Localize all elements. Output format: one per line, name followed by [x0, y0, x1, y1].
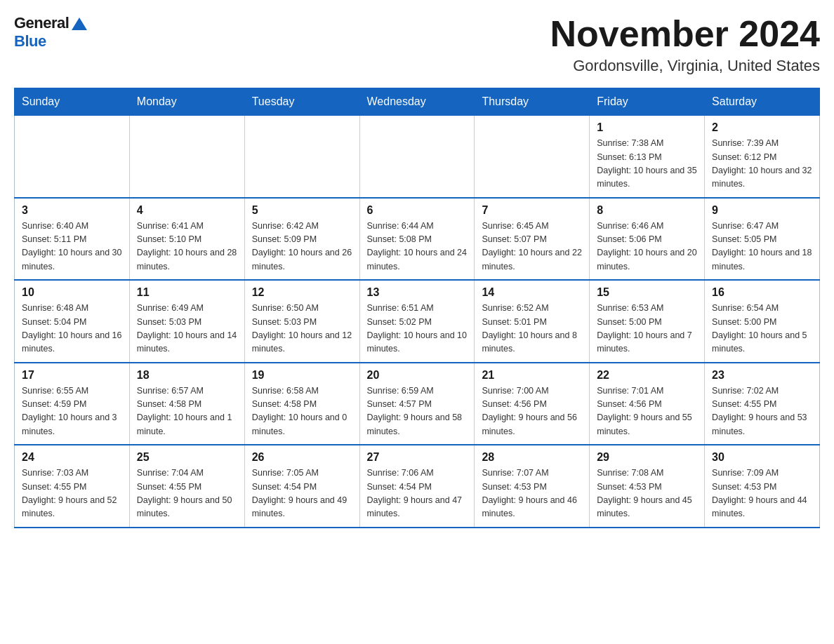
calendar-cell: 22Sunrise: 7:01 AMSunset: 4:56 PMDayligh… [590, 363, 705, 445]
day-number: 19 [252, 369, 352, 382]
calendar-cell: 6Sunrise: 6:44 AMSunset: 5:08 PMDaylight… [359, 198, 475, 281]
calendar-cell: 3Sunrise: 6:40 AMSunset: 5:11 PMDaylight… [15, 198, 130, 281]
calendar-week-row: 24Sunrise: 7:03 AMSunset: 4:55 PMDayligh… [15, 445, 820, 528]
calendar-cell: 1Sunrise: 7:38 AMSunset: 6:13 PMDaylight… [590, 116, 705, 198]
day-info: Sunrise: 6:57 AMSunset: 4:58 PMDaylight:… [137, 384, 237, 439]
page-title: November 2024 [550, 14, 820, 54]
day-number: 30 [712, 451, 812, 464]
day-info: Sunrise: 6:41 AMSunset: 5:10 PMDaylight:… [137, 220, 237, 274]
day-number: 28 [482, 451, 582, 464]
day-info: Sunrise: 6:44 AMSunset: 5:08 PMDaylight:… [367, 220, 468, 274]
day-number: 13 [367, 286, 468, 299]
calendar-cell [15, 116, 130, 198]
day-number: 9 [712, 204, 812, 217]
page-subtitle: Gordonsville, Virginia, United States [550, 57, 820, 75]
day-number: 27 [367, 451, 468, 464]
day-info: Sunrise: 6:42 AMSunset: 5:09 PMDaylight:… [252, 220, 352, 274]
calendar-cell: 10Sunrise: 6:48 AMSunset: 5:04 PMDayligh… [15, 280, 130, 363]
calendar-cell: 25Sunrise: 7:04 AMSunset: 4:55 PMDayligh… [129, 445, 244, 528]
calendar-cell: 9Sunrise: 6:47 AMSunset: 5:05 PMDaylight… [705, 198, 820, 281]
day-info: Sunrise: 6:47 AMSunset: 5:05 PMDaylight:… [712, 220, 812, 274]
day-number: 16 [712, 286, 812, 299]
day-info: Sunrise: 7:02 AMSunset: 4:55 PMDaylight:… [712, 384, 812, 439]
day-info: Sunrise: 7:04 AMSunset: 4:55 PMDaylight:… [137, 467, 237, 521]
day-info: Sunrise: 7:00 AMSunset: 4:56 PMDaylight:… [482, 384, 582, 439]
day-info: Sunrise: 7:09 AMSunset: 4:53 PMDaylight:… [712, 467, 812, 521]
day-header-friday: Friday [590, 88, 705, 116]
day-info: Sunrise: 7:07 AMSunset: 4:53 PMDaylight:… [482, 467, 582, 521]
day-number: 20 [367, 369, 468, 382]
day-info: Sunrise: 7:03 AMSunset: 4:55 PMDaylight:… [22, 467, 122, 521]
day-info: Sunrise: 6:46 AMSunset: 5:06 PMDaylight:… [597, 220, 697, 274]
day-info: Sunrise: 6:52 AMSunset: 5:01 PMDaylight:… [482, 302, 582, 356]
calendar-cell: 15Sunrise: 6:53 AMSunset: 5:00 PMDayligh… [590, 280, 705, 363]
calendar-week-row: 3Sunrise: 6:40 AMSunset: 5:11 PMDaylight… [15, 198, 820, 281]
day-number: 5 [252, 204, 352, 217]
calendar-body: 1Sunrise: 7:38 AMSunset: 6:13 PMDaylight… [15, 116, 820, 528]
day-header-wednesday: Wednesday [359, 88, 475, 116]
day-number: 4 [137, 204, 237, 217]
day-info: Sunrise: 6:40 AMSunset: 5:11 PMDaylight:… [22, 220, 122, 274]
day-number: 24 [22, 451, 122, 464]
day-info: Sunrise: 7:06 AMSunset: 4:54 PMDaylight:… [367, 467, 468, 521]
day-info: Sunrise: 6:53 AMSunset: 5:00 PMDaylight:… [597, 302, 697, 356]
day-header-monday: Monday [129, 88, 244, 116]
calendar-table: SundayMondayTuesdayWednesdayThursdayFrid… [14, 88, 820, 528]
day-header-thursday: Thursday [475, 88, 590, 116]
day-number: 17 [22, 369, 122, 382]
calendar-week-row: 10Sunrise: 6:48 AMSunset: 5:04 PMDayligh… [15, 280, 820, 363]
calendar-cell: 24Sunrise: 7:03 AMSunset: 4:55 PMDayligh… [15, 445, 130, 528]
day-header-saturday: Saturday [705, 88, 820, 116]
day-number: 18 [137, 369, 237, 382]
svg-marker-0 [72, 18, 87, 30]
day-info: Sunrise: 6:58 AMSunset: 4:58 PMDaylight:… [252, 384, 352, 439]
calendar-cell: 4Sunrise: 6:41 AMSunset: 5:10 PMDaylight… [129, 198, 244, 281]
day-header-sunday: Sunday [15, 88, 130, 116]
day-number: 21 [482, 369, 582, 382]
day-info: Sunrise: 6:59 AMSunset: 4:57 PMDaylight:… [367, 384, 468, 439]
calendar-cell: 17Sunrise: 6:55 AMSunset: 4:59 PMDayligh… [15, 363, 130, 445]
calendar-header: SundayMondayTuesdayWednesdayThursdayFrid… [15, 88, 820, 116]
day-number: 23 [712, 369, 812, 382]
calendar-cell: 19Sunrise: 6:58 AMSunset: 4:58 PMDayligh… [244, 363, 359, 445]
day-number: 8 [597, 204, 697, 217]
day-info: Sunrise: 7:01 AMSunset: 4:56 PMDaylight:… [597, 384, 697, 439]
title-block: November 2024 Gordonsville, Virginia, Un… [550, 14, 820, 75]
day-info: Sunrise: 7:08 AMSunset: 4:53 PMDaylight:… [597, 467, 697, 521]
day-number: 7 [482, 204, 582, 217]
day-number: 12 [252, 286, 352, 299]
logo: General Blue [14, 14, 87, 51]
calendar-cell: 18Sunrise: 6:57 AMSunset: 4:58 PMDayligh… [129, 363, 244, 445]
days-header-row: SundayMondayTuesdayWednesdayThursdayFrid… [15, 88, 820, 116]
calendar-cell: 27Sunrise: 7:06 AMSunset: 4:54 PMDayligh… [359, 445, 475, 528]
calendar-cell: 26Sunrise: 7:05 AMSunset: 4:54 PMDayligh… [244, 445, 359, 528]
day-number: 1 [597, 121, 697, 134]
day-number: 29 [597, 451, 697, 464]
calendar-cell: 21Sunrise: 7:00 AMSunset: 4:56 PMDayligh… [475, 363, 590, 445]
logo-blue-text: Blue [14, 32, 46, 51]
calendar-cell: 7Sunrise: 6:45 AMSunset: 5:07 PMDaylight… [475, 198, 590, 281]
calendar-cell: 12Sunrise: 6:50 AMSunset: 5:03 PMDayligh… [244, 280, 359, 363]
calendar-cell: 11Sunrise: 6:49 AMSunset: 5:03 PMDayligh… [129, 280, 244, 363]
calendar-week-row: 17Sunrise: 6:55 AMSunset: 4:59 PMDayligh… [15, 363, 820, 445]
day-number: 25 [137, 451, 237, 464]
calendar-cell: 16Sunrise: 6:54 AMSunset: 5:00 PMDayligh… [705, 280, 820, 363]
day-number: 26 [252, 451, 352, 464]
logo-icon [72, 16, 87, 32]
calendar-cell [359, 116, 475, 198]
day-info: Sunrise: 7:38 AMSunset: 6:13 PMDaylight:… [597, 137, 697, 192]
day-number: 11 [137, 286, 237, 299]
day-info: Sunrise: 6:54 AMSunset: 5:00 PMDaylight:… [712, 302, 812, 356]
day-info: Sunrise: 7:05 AMSunset: 4:54 PMDaylight:… [252, 467, 352, 521]
day-number: 15 [597, 286, 697, 299]
calendar-week-row: 1Sunrise: 7:38 AMSunset: 6:13 PMDaylight… [15, 116, 820, 198]
calendar-cell [129, 116, 244, 198]
page-header: General Blue November 2024 Gordonsville,… [14, 14, 820, 75]
day-number: 2 [712, 121, 812, 134]
day-header-tuesday: Tuesday [244, 88, 359, 116]
day-number: 6 [367, 204, 468, 217]
day-number: 14 [482, 286, 582, 299]
calendar-cell: 8Sunrise: 6:46 AMSunset: 5:06 PMDaylight… [590, 198, 705, 281]
calendar-cell [475, 116, 590, 198]
calendar-cell: 5Sunrise: 6:42 AMSunset: 5:09 PMDaylight… [244, 198, 359, 281]
